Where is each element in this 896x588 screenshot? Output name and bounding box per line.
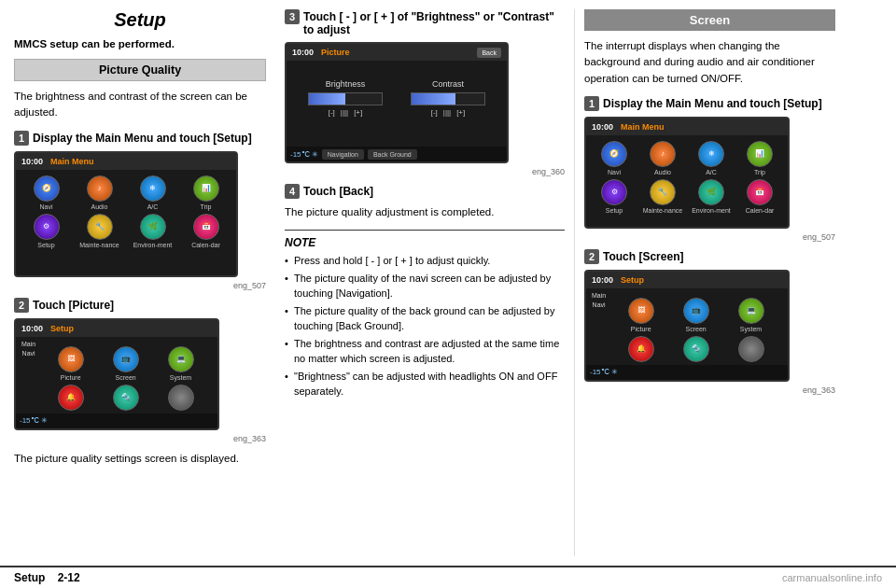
navigation-btn[interactable]: Navigation xyxy=(322,149,364,160)
icon-setup-2: ⚙ Setup xyxy=(592,179,637,214)
topbar-3: 10:00 Picture Back xyxy=(287,44,507,61)
main-menu-icons: 🧭 Navi ♪ Audio ❄ A/C 📊 xyxy=(16,170,236,254)
step4-label: Touch [Back] xyxy=(303,185,373,198)
note-section: NOTE Press and hold [ - ] or [ + ] to ad… xyxy=(285,230,565,399)
picture-quality-header: Picture Quality xyxy=(14,59,266,81)
temp-1: -15℃ ✳ xyxy=(20,416,48,425)
icon-env: 🌿 Environ-ment xyxy=(128,214,177,248)
temp-2: -15℃ ✳ xyxy=(290,150,318,159)
screen-label-507a: eng_507 xyxy=(14,281,266,290)
icon-env-2: 🌿 Environ-ment xyxy=(689,179,734,214)
step1-num: 1 xyxy=(14,131,29,146)
setup-screen-2: 10:00 Setup Main Navi 🖼 Picture xyxy=(584,270,790,382)
caption-pq: The picture quality settings screen is d… xyxy=(14,451,266,467)
setup-icons-2: 🖼 Picture 📺 Screen 💻 System xyxy=(609,292,782,376)
step2-left-label: Touch [Picture] xyxy=(33,299,114,312)
main-menu-screen-1: 10:00 Main Menu 🧭 Navi ♪ Audio xyxy=(14,151,238,277)
setup-icon-2: ⚙ xyxy=(601,179,627,205)
main-menu-screen-2: 10:00 Main Menu 🧭 Navi ♪ Audio xyxy=(584,117,790,229)
time-3: 10:00 xyxy=(292,48,314,57)
icon-cal: 📅 Calen-dar xyxy=(181,214,231,248)
blank-icon xyxy=(168,385,194,411)
step4-desc: The picture quality adjustment is comple… xyxy=(285,204,565,220)
step4-num: 4 xyxy=(285,184,300,199)
nav-bottom-btns: Navigation Back Ground xyxy=(322,149,417,160)
sliders-area: Brightness [-] |||| [+] Contrast xyxy=(287,70,507,120)
cal-icon: 📅 xyxy=(193,214,219,240)
step2-right-num: 2 xyxy=(584,249,599,264)
bottombar-1: -15℃ ✳ xyxy=(16,413,217,428)
env-icon: 🌿 xyxy=(140,214,166,240)
footer-logo: carmanualsonline.info xyxy=(782,572,882,583)
icon-screen-2: 📺 Screen xyxy=(670,298,721,332)
icon-setup: ⚙ Setup xyxy=(21,214,71,248)
contrast-buttons: [-] |||| [+] xyxy=(411,108,485,117)
picture-icon-2: 🖼 xyxy=(628,298,654,324)
icon-system-2: 💻 System xyxy=(725,298,777,332)
mmcs-subtitle: MMCS setup can be performed. xyxy=(14,38,266,49)
middle-column: 3 Touch [ - ] or [ + ] of "Brightness" o… xyxy=(275,9,574,556)
trip-icon-2: 📊 xyxy=(747,141,773,167)
back-btn[interactable]: Back xyxy=(477,48,501,58)
maint-icon-2: 🔧 xyxy=(650,179,676,205)
alarm-icon-2: 🔔 xyxy=(628,336,654,362)
step2-right-heading: 2 Touch [Screen] xyxy=(584,249,835,264)
topbar-1: 10:00 Main Menu xyxy=(16,153,236,170)
time-1: 10:00 xyxy=(21,157,43,166)
contrast-label: Contrast xyxy=(411,79,485,89)
footer-title: Setup xyxy=(14,571,45,584)
time-2: 10:00 xyxy=(21,324,43,333)
note-item-2: The picture quality of the navi screen c… xyxy=(285,271,565,301)
icon-audio: ♪ Audio xyxy=(75,175,124,210)
step3-num: 3 xyxy=(285,9,300,24)
icon-maint-2: 🔧 Mainte-nance xyxy=(640,179,685,214)
screen-label-363b: eng_363 xyxy=(584,385,835,395)
page: Setup MMCS setup can be performed. Pictu… xyxy=(0,0,896,588)
brightness-display: 10:00 Picture Back Brightness [-] xyxy=(287,44,507,161)
screen-label-363a: eng_363 xyxy=(14,434,266,443)
temp-3: -15℃ ✳ xyxy=(590,368,618,376)
back-ground-btn[interactable]: Back Ground xyxy=(368,149,417,160)
contrast-fill xyxy=(412,93,455,105)
ac-icon-2: ❄ xyxy=(698,141,724,167)
screen-title-1: Main Menu xyxy=(50,157,94,166)
maint-icon: 🔧 xyxy=(87,214,113,240)
setup-screen-1: 10:00 Setup Main Navi 🖼 Picture xyxy=(14,318,219,430)
icon-navi: 🧭 Navi xyxy=(21,175,71,210)
note-item-1: Press and hold [ - ] or [ + ] to adjust … xyxy=(285,253,565,269)
navi-icon: 🧭 xyxy=(34,175,60,202)
blank-icon-2 xyxy=(738,336,764,362)
step1-right-label: Display the Main Menu and touch [Setup] xyxy=(603,97,822,110)
icon-trip-2: 📊 Trip xyxy=(737,141,782,175)
screen-title-4: Main Menu xyxy=(621,122,665,132)
note-list: Press and hold [ - ] or [ + ] to adjust … xyxy=(285,253,565,399)
equip-icon-2: 🔩 xyxy=(683,336,709,362)
icon-picture: 🖼 Picture xyxy=(45,346,96,381)
nav-screen-4: 10:00 Setup Main Navi 🖼 Picture xyxy=(586,272,788,380)
note-item-3: The picture quality of the back ground c… xyxy=(285,303,565,334)
step2-right-label: Touch [Screen] xyxy=(603,250,683,263)
icon-navi-2: 🧭 Navi xyxy=(592,141,637,175)
navi-icon-2: 🧭 xyxy=(601,141,627,167)
step2-left-heading: 2 Touch [Picture] xyxy=(14,298,266,313)
cal-icon-2: 📅 xyxy=(747,179,773,205)
ac-icon: ❄ xyxy=(140,175,166,202)
icon-cal-2: 📅 Calen-dar xyxy=(737,179,782,214)
footer-section-label: Setup 2-12 xyxy=(14,571,80,584)
nav-screen-1: 10:00 Main Menu 🧭 Navi ♪ Audio xyxy=(16,153,236,275)
footer: Setup 2-12 carmanualsonline.info xyxy=(0,566,896,588)
screen-title-3: Picture xyxy=(321,48,350,57)
nav-screen-3: 10:00 Main Menu 🧭 Navi ♪ Audio xyxy=(586,119,788,227)
nav-screen-2: 10:00 Setup Main Navi 🖼 Picture xyxy=(16,320,217,428)
brightness-fill xyxy=(309,93,345,105)
topbar-5: 10:00 Setup xyxy=(586,272,788,288)
bottombar-3: -15℃ ✳ xyxy=(586,365,788,380)
brightness-slider[interactable] xyxy=(308,92,383,105)
note-title: NOTE xyxy=(285,236,565,249)
screen-label-360: eng_360 xyxy=(285,167,565,176)
step1-right-heading: 1 Display the Main Menu and touch [Setup… xyxy=(584,96,835,111)
contrast-control: Contrast [-] |||| [+] xyxy=(411,79,485,117)
note-item-5: "Brightness" can be adjusted with headli… xyxy=(285,369,565,399)
contrast-slider[interactable] xyxy=(411,92,485,105)
screen-icon-2: 📺 xyxy=(683,298,709,324)
